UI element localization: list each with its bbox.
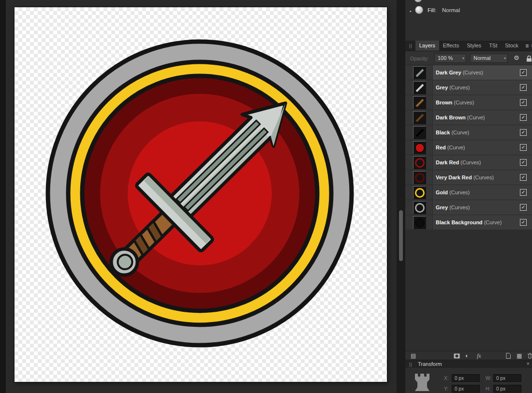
chevron-down-icon: ▾ bbox=[462, 54, 464, 62]
clipped-swatch bbox=[414, 0, 422, 2]
layer-visibility-checkbox[interactable]: ✓ bbox=[520, 174, 527, 181]
fill-value[interactable]: Normal bbox=[442, 7, 460, 13]
layer-name: Dark Brown (Curve) bbox=[436, 115, 485, 120]
layer-visibility-checkbox[interactable]: ✓ bbox=[520, 144, 527, 151]
layer-row[interactable]: Brown (Curves)✓ bbox=[405, 95, 532, 110]
layer-visibility-checkbox[interactable]: ✓ bbox=[520, 69, 527, 76]
layer-thumbnail[interactable] bbox=[413, 216, 426, 229]
fill-label: Fill: bbox=[428, 7, 436, 13]
canvas-area[interactable] bbox=[6, 0, 397, 393]
transform-h-input[interactable] bbox=[493, 385, 521, 393]
layer-type-suffix: (Curves) bbox=[449, 85, 470, 90]
tab-stock[interactable]: Stock bbox=[501, 41, 522, 51]
right-panel: • Fill: Normal || LayersEffectsStylesTSt… bbox=[405, 0, 532, 393]
layer-name: Red (Curve) bbox=[436, 145, 465, 150]
layer-row[interactable]: Grey (Curves)✓ bbox=[405, 200, 532, 215]
blend-mode-value: Normal bbox=[473, 55, 490, 61]
scrollbar-thumb[interactable] bbox=[399, 210, 403, 261]
layer-thumbnail[interactable] bbox=[413, 96, 426, 109]
layer-row[interactable]: Grey (Curves)✓ bbox=[405, 80, 532, 95]
layer-name: Gold (Curves) bbox=[436, 189, 470, 195]
layer-visibility-checkbox[interactable]: ✓ bbox=[520, 84, 527, 91]
panel-grip-icon[interactable]: || bbox=[409, 44, 413, 48]
panel-grip-icon[interactable]: || bbox=[409, 362, 413, 367]
layer-thumbnail-cell bbox=[405, 200, 433, 215]
trash-icon[interactable] bbox=[527, 353, 532, 360]
bullet-icon: • bbox=[410, 9, 412, 14]
panel-tabbar: || LayersEffectsStylesTStStock ≡ × bbox=[405, 41, 532, 51]
opacity-dropdown[interactable]: 100 % ▾ bbox=[434, 54, 466, 63]
layer-visibility-checkbox[interactable]: ✓ bbox=[520, 129, 527, 136]
layer-row[interactable]: Black (Curve)✓ bbox=[405, 125, 532, 140]
chevron-down-icon: ▾ bbox=[504, 54, 506, 62]
layer-visibility-checkbox[interactable]: ✓ bbox=[520, 159, 527, 166]
layer-thumbnail-cell bbox=[405, 125, 433, 140]
mask-icon[interactable] bbox=[454, 353, 460, 360]
layer-thumbnail[interactable] bbox=[413, 171, 426, 184]
layer-thumbnail-cell bbox=[405, 110, 433, 125]
fx-icon[interactable]: fx bbox=[477, 352, 481, 359]
transform-panel-header[interactable]: || Transform × bbox=[405, 360, 532, 368]
layer-row[interactable]: Dark Brown (Curve)✓ bbox=[405, 110, 532, 125]
layer-name: Black (Curve) bbox=[436, 130, 469, 135]
panel-menu-icon[interactable]: ≡ bbox=[525, 43, 531, 49]
transform-w-input[interactable] bbox=[493, 374, 521, 382]
transform-h-label: H: bbox=[486, 386, 490, 392]
layer-thumbnail[interactable] bbox=[413, 186, 426, 199]
layers-footer-toolbar: ▤ ◐ fx ▦ bbox=[405, 351, 532, 360]
layer-visibility-checkbox[interactable]: ✓ bbox=[520, 114, 527, 121]
layer-thumbnail[interactable] bbox=[413, 81, 426, 94]
layer-row[interactable]: Gold (Curves)✓ bbox=[405, 185, 532, 200]
transform-x-input[interactable] bbox=[452, 374, 480, 382]
layer-type-suffix: (Curves) bbox=[449, 189, 470, 195]
new-layer-icon[interactable] bbox=[506, 353, 511, 360]
transform-object-thumbnail bbox=[411, 371, 433, 393]
layer-thumbnail-cell bbox=[405, 185, 433, 200]
transform-y-label: Y: bbox=[444, 386, 448, 392]
blend-mode-dropdown[interactable]: Normal ▾ bbox=[470, 54, 508, 63]
layer-type-suffix: (Curve) bbox=[447, 145, 465, 150]
layer-type-suffix: (Curve) bbox=[451, 130, 469, 135]
layer-thumbnail[interactable] bbox=[413, 126, 426, 139]
layer-type-suffix: (Curves) bbox=[473, 175, 494, 180]
tab-effects[interactable]: Effects bbox=[439, 41, 463, 51]
layer-thumbnail[interactable] bbox=[413, 201, 426, 214]
gear-icon[interactable]: ⚙ bbox=[514, 54, 519, 61]
layer-thumbnail-cell bbox=[405, 80, 433, 95]
layer-visibility-checkbox[interactable]: ✓ bbox=[520, 219, 527, 226]
layer-visibility-checkbox[interactable]: ✓ bbox=[520, 204, 527, 211]
layers-stack-icon[interactable]: ▤ bbox=[411, 352, 416, 359]
layer-name: Very Dark Red (Curves) bbox=[436, 175, 494, 180]
layer-thumbnail[interactable] bbox=[413, 141, 426, 154]
group-grid-icon[interactable]: ▦ bbox=[517, 352, 522, 359]
layer-thumbnail-cell bbox=[405, 155, 433, 170]
tab-styles[interactable]: Styles bbox=[463, 41, 485, 51]
layer-visibility-checkbox[interactable]: ✓ bbox=[520, 99, 527, 106]
layer-row[interactable]: Dark Red (Curves)✓ bbox=[405, 155, 532, 170]
fill-color-swatch[interactable] bbox=[415, 6, 423, 14]
opacity-value: 100 % bbox=[438, 55, 453, 61]
layer-row[interactable]: Very Dark Red (Curves)✓ bbox=[405, 170, 532, 185]
layer-name: Grey (Curves) bbox=[436, 204, 470, 210]
layer-thumbnail[interactable] bbox=[413, 66, 426, 79]
lock-icon[interactable] bbox=[526, 55, 532, 64]
layer-row[interactable]: Red (Curve)✓ bbox=[405, 140, 532, 155]
layer-name: Dark Grey (Curves) bbox=[436, 70, 483, 75]
layer-row[interactable]: Black Background (Curve)✓ bbox=[405, 215, 532, 230]
close-icon[interactable]: × bbox=[527, 361, 530, 366]
opacity-label: Opacity: bbox=[410, 56, 429, 61]
tab-layers[interactable]: Layers bbox=[415, 41, 439, 51]
layer-thumbnail-cell bbox=[405, 140, 433, 155]
artboard[interactable] bbox=[15, 7, 387, 382]
transform-x-label: X: bbox=[444, 376, 448, 381]
adjustment-icon[interactable]: ◐ bbox=[465, 352, 469, 359]
tab-tst[interactable]: TSt bbox=[485, 41, 501, 51]
layer-row[interactable]: Dark Grey (Curves)✓ bbox=[405, 65, 532, 80]
layer-type-suffix: (Curves) bbox=[454, 100, 474, 105]
layer-name: Brown (Curves) bbox=[436, 100, 474, 105]
transform-y-input[interactable] bbox=[452, 385, 480, 393]
transform-title: Transform bbox=[418, 361, 442, 367]
layer-visibility-checkbox[interactable]: ✓ bbox=[520, 189, 527, 196]
layer-thumbnail[interactable] bbox=[413, 111, 426, 124]
layer-thumbnail[interactable] bbox=[413, 156, 426, 169]
